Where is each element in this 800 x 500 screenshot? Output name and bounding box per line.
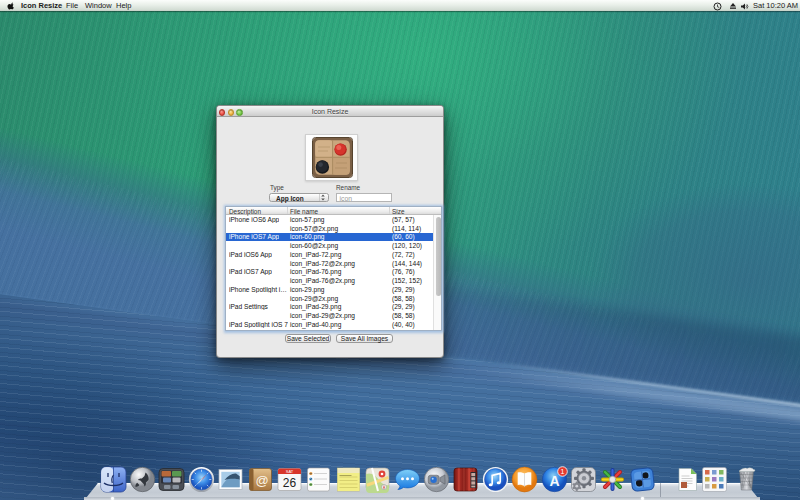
- svg-text:@: @: [255, 473, 268, 488]
- svg-text:SAT: SAT: [286, 469, 294, 474]
- svg-text:A: A: [549, 473, 559, 489]
- svg-text:26: 26: [283, 476, 297, 490]
- svg-text:1: 1: [560, 468, 564, 475]
